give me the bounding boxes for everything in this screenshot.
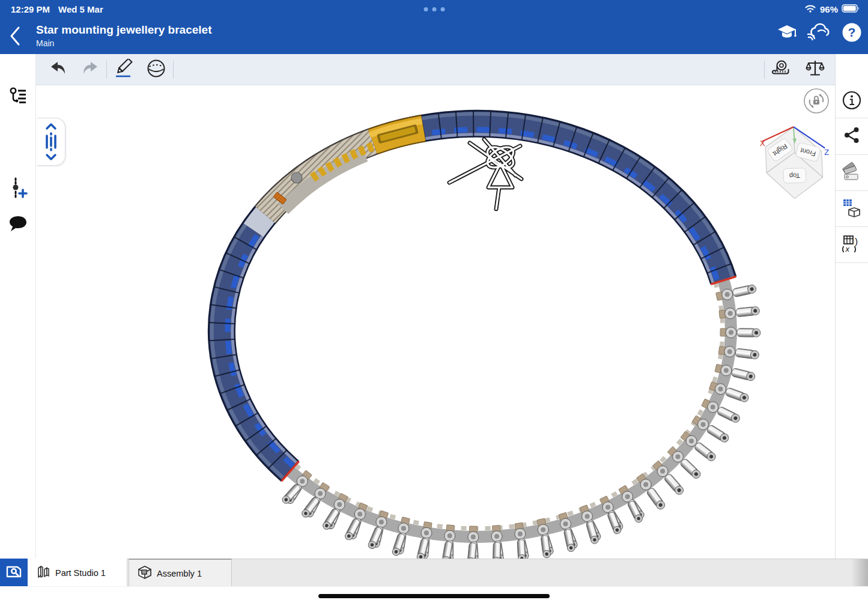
redo-button[interactable] xyxy=(79,59,101,80)
band-gold-clasp xyxy=(370,121,423,144)
svg-text:x: x xyxy=(845,244,850,253)
left-sidebar xyxy=(0,54,36,559)
tab-label: Part Studio 1 xyxy=(55,568,106,578)
tab-part-studio-1[interactable]: Part Studio 1 xyxy=(28,559,127,587)
battery-icon xyxy=(842,4,860,14)
battery-percent: 96% xyxy=(820,4,838,14)
comment-icon xyxy=(8,215,28,235)
junction-markers xyxy=(282,276,736,481)
status-time: 12:29 PM xyxy=(11,4,50,14)
rollback-scrubber-icon xyxy=(42,123,60,161)
assembly-icon xyxy=(138,565,152,581)
measure-tape-icon xyxy=(772,59,792,80)
configurations-button[interactable]: x) xyxy=(839,232,865,258)
modeling-toolbar xyxy=(36,54,835,85)
share-button[interactable] xyxy=(839,123,865,150)
display-options-icon xyxy=(842,198,862,220)
appearance-button[interactable] xyxy=(839,160,865,186)
sketch-pencil-icon xyxy=(114,59,134,80)
tab-manager-button[interactable] xyxy=(0,559,28,587)
multitask-dots-icon xyxy=(423,7,445,11)
bracelet-model xyxy=(37,85,834,559)
configurations-icon: x) xyxy=(842,234,862,256)
status-bar: 12:29 PM Wed 5 Mar 96% xyxy=(0,0,868,18)
feature-list-icon xyxy=(8,86,28,109)
measure-button[interactable] xyxy=(771,59,793,80)
sync-status-button[interactable] xyxy=(807,23,829,44)
wifi-icon xyxy=(804,4,816,15)
revolve-tool-button[interactable] xyxy=(145,59,167,80)
view-cube-top-label[interactable]: Top xyxy=(789,172,800,180)
sketch-glyph xyxy=(449,139,521,209)
insert-feature-button[interactable] xyxy=(5,176,31,202)
document-tab-bar: Part Studio 1 Assembly 1 xyxy=(0,559,868,586)
document-title: Star mounting jewellery bracelet xyxy=(36,22,211,38)
feature-list-button[interactable] xyxy=(5,85,31,111)
status-date: Wed 5 Mar xyxy=(58,4,103,14)
svg-text:): ) xyxy=(855,236,858,246)
info-button[interactable] xyxy=(839,88,865,115)
axis-z-label: Z xyxy=(824,148,829,157)
tab-assembly-1[interactable]: Assembly 1 xyxy=(129,559,232,587)
help-button[interactable]: ? xyxy=(841,23,863,44)
undo-icon xyxy=(49,61,67,79)
tab-search-icon xyxy=(5,565,22,581)
band-cross-section xyxy=(266,142,375,215)
prong-chain xyxy=(281,280,760,559)
sketch-button[interactable] xyxy=(113,59,135,80)
home-indicator[interactable] xyxy=(318,594,550,598)
redo-icon xyxy=(81,61,99,79)
tabbar-edge-shadow xyxy=(851,559,868,587)
insert-feature-icon xyxy=(8,177,28,202)
rotation-lock-button[interactable] xyxy=(803,88,830,114)
graduation-cap-icon xyxy=(777,23,797,44)
info-icon xyxy=(842,90,862,113)
view-cube[interactable]: Right Front Top X Z xyxy=(758,120,829,204)
undo-button[interactable] xyxy=(47,59,69,80)
learning-center-button[interactable] xyxy=(776,23,798,44)
display-options-button[interactable] xyxy=(839,196,865,222)
appearance-swatches-icon xyxy=(842,162,862,184)
mass-properties-button[interactable] xyxy=(804,59,826,80)
rollback-scrubber[interactable] xyxy=(37,118,65,166)
mass-properties-icon xyxy=(806,59,825,80)
workspace-name: Main xyxy=(36,38,211,49)
home-strip xyxy=(0,586,868,603)
svg-text:?: ? xyxy=(848,25,856,39)
axis-x-label: X xyxy=(760,139,765,148)
model-viewport[interactable]: Right Front Top X Z xyxy=(37,85,834,559)
sync-offline-icon xyxy=(806,23,830,44)
comments-button[interactable] xyxy=(5,212,31,238)
revolve-sphere-icon xyxy=(147,59,166,80)
share-icon xyxy=(843,126,861,147)
app-header: Star mounting jewellery bracelet Main ? xyxy=(0,18,868,54)
rotation-lock-icon xyxy=(803,88,830,114)
back-button[interactable] xyxy=(8,26,26,46)
part-studio-icon xyxy=(36,564,50,581)
help-icon: ? xyxy=(842,22,862,45)
tab-label: Assembly 1 xyxy=(157,569,202,578)
right-sidebar: x) xyxy=(835,54,868,559)
